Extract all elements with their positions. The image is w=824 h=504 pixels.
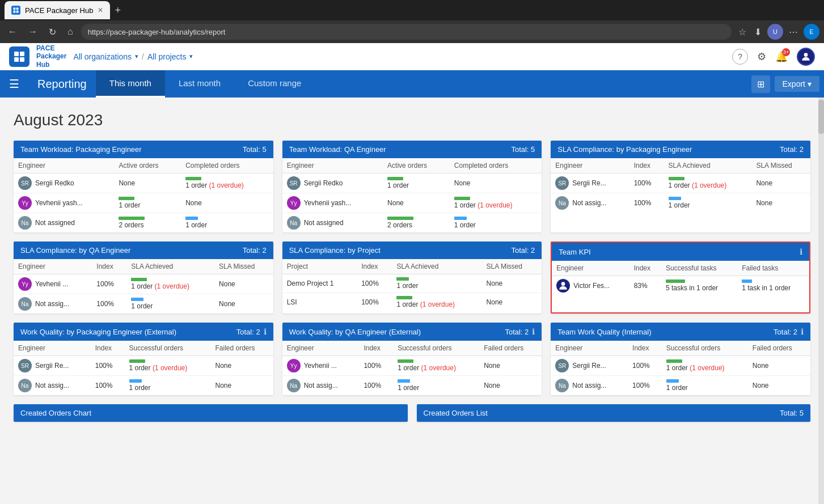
cards-row-1: Team Workload: Packaging Engineer Total:… — [14, 141, 810, 232]
nav-org-link[interactable]: All organizations — [73, 52, 132, 61]
col-successful-orders: Successful orders — [662, 341, 748, 356]
index-cell: 100% — [357, 274, 392, 293]
table-row: Demo Project 1 100% 1 order None — [282, 274, 542, 293]
card-table: Engineer Index SLA Achieved SLA Missed Y… — [14, 259, 273, 314]
avatar: SR — [287, 176, 301, 190]
nav-bar: ☰ Reporting This month Last month Custom… — [0, 70, 824, 98]
tab-icon — [11, 6, 20, 15]
card-header-team-work-quality-internal: Team Work Quality (Internal) Total: 2 ℹ — [551, 323, 810, 341]
home-btn[interactable]: ⌂ — [64, 24, 77, 39]
avatar: Yy — [18, 196, 32, 210]
export-btn[interactable]: Export ▾ — [775, 76, 819, 92]
card-table: Engineer Index SLA Achieved SLA Missed S… — [551, 158, 810, 213]
col-engineer: Engineer — [282, 341, 360, 356]
forward-btn[interactable]: → — [25, 24, 41, 39]
address-bar[interactable] — [81, 24, 732, 40]
index-cell: 100% — [357, 293, 392, 312]
browser-tab[interactable]: PACE Packager Hub ✕ — [5, 1, 110, 19]
completed-cell: 1 order — [181, 213, 273, 233]
table-row: YyYevhenii ... 100% 1 order (1 overdue) … — [14, 274, 273, 294]
active-cell: 2 orders — [114, 213, 181, 233]
new-tab-btn[interactable]: + — [115, 5, 121, 16]
card-total: Total: 2 — [780, 145, 804, 154]
avatar: Na — [287, 216, 301, 230]
successful-cell: 1 order — [662, 376, 748, 396]
index-cell: 100% — [359, 356, 393, 376]
table-row: YyYevhenii ... 100% 1 order (1 overdue) … — [282, 356, 542, 376]
index-cell: 100% — [628, 356, 662, 376]
col-engineer: Engineer — [14, 341, 91, 356]
table-row: YyYevhenii yash... 1 order None — [14, 193, 273, 213]
engineer-cell: NaNot assig... — [14, 294, 92, 314]
card-team-kpi: Team KPI ℹ Engineer Index Successful tas… — [551, 242, 810, 314]
table-row: YyYevhenii yash... None 1 order (1 overd… — [282, 193, 542, 213]
svg-point-9 — [561, 282, 565, 286]
col-index: Index — [91, 341, 125, 356]
col-sla-achieved: SLA Achieved — [392, 259, 481, 274]
missed-cell: None — [482, 293, 542, 312]
card-table: Project Index SLA Achieved SLA Missed De… — [282, 259, 542, 311]
table-row: SRSergii Re... 100% 1 order (1 overdue) … — [551, 173, 810, 193]
tab-this-month[interactable]: This month — [96, 70, 165, 98]
col-index: Index — [92, 259, 126, 274]
info-icon[interactable]: ℹ — [532, 327, 535, 336]
favorites-btn[interactable]: ☆ — [736, 24, 749, 40]
notifications-btn[interactable]: 🔔 3+ — [775, 50, 788, 63]
tab-close-btn[interactable]: ✕ — [98, 6, 103, 14]
card-team-work-quality-internal: Team Work Quality (Internal) Total: 2 ℹ … — [551, 323, 810, 395]
scrollbar-thumb[interactable] — [818, 100, 824, 134]
card-header-team-kpi: Team KPI ℹ — [552, 243, 809, 261]
active-cell: 1 order — [383, 173, 450, 193]
col-engineer: Engineer — [552, 261, 629, 276]
table-row: NaNot assig... 100% 1 order None — [14, 294, 273, 314]
info-icon[interactable]: ℹ — [264, 327, 267, 336]
grid-view-btn[interactable]: ⊞ — [751, 75, 770, 93]
card-title: Work Quality: by Packaging Engineer (Ext… — [20, 328, 176, 336]
avatar: SR — [555, 176, 569, 190]
nav-project-link[interactable]: All projects — [147, 52, 186, 61]
browser-chrome: PACE Packager Hub ✕ + — [0, 0, 824, 20]
engineer-cell: SRSergii Redko — [14, 173, 114, 193]
achieved-cell: 1 order (1 overdue) — [392, 293, 481, 312]
card-total: Total: 5 — [243, 145, 267, 154]
engineer-cell: YyYevhenii ... — [282, 356, 360, 376]
card-team-workload-qa: Team Workload: QA Engineer Total: 5 Engi… — [282, 141, 542, 232]
card-title: SLA Compliance: by Project — [289, 246, 381, 255]
info-icon[interactable]: ℹ — [801, 327, 804, 336]
card-title: SLA Compliance: by Packaging Engineer — [557, 145, 692, 154]
card-total: Total: 2 — [505, 328, 529, 336]
tab-custom-range[interactable]: Custom range — [234, 70, 315, 98]
tab-last-month[interactable]: Last month — [165, 70, 234, 98]
app-title: PACEPackagerHub — [36, 44, 66, 69]
settings-btn[interactable]: ⚙ — [757, 50, 766, 63]
browser-profile-avatar[interactable]: U — [767, 24, 783, 40]
info-icon[interactable]: ℹ — [800, 247, 802, 256]
user-avatar[interactable] — [797, 48, 815, 66]
nav-dropdown-project-icon[interactable]: ▾ — [189, 53, 193, 60]
avatar: Na — [555, 196, 569, 210]
refresh-btn[interactable]: ↻ — [45, 24, 60, 40]
notifications-badge: 3+ — [782, 48, 790, 56]
browser-edge-avatar[interactable]: E — [804, 24, 819, 40]
col-sla-missed: SLA Missed — [751, 158, 810, 173]
scrollbar[interactable] — [818, 98, 824, 504]
missed-cell: None — [482, 274, 542, 293]
browser-menu-btn[interactable]: ⋯ — [787, 24, 800, 40]
engineer-cell: YyYevhenii yash... — [282, 193, 383, 213]
avatar: Na — [18, 379, 32, 392]
missed-cell: None — [214, 274, 273, 294]
nav-menu-btn[interactable]: ☰ — [0, 70, 28, 98]
col-successful-tasks: Successful tasks — [661, 261, 737, 276]
active-cell: 1 order — [114, 193, 181, 213]
app-logo — [9, 46, 29, 67]
card-header-sla-compliance-project: SLA Compliance: by Project Total: 2 — [282, 242, 542, 259]
back-btn[interactable]: ← — [5, 24, 20, 39]
svg-point-8 — [804, 53, 808, 57]
nav-dropdown-org-icon[interactable]: ▾ — [135, 53, 138, 60]
download-btn[interactable]: ⬇ — [752, 24, 764, 40]
card-created-orders-list: Created Orders List Total: 5 — [417, 404, 811, 422]
failed-cell: None — [748, 356, 810, 376]
successful-cell: 1 order — [393, 376, 479, 396]
successful-cell: 1 order (1 overdue) — [393, 356, 479, 376]
help-btn[interactable]: ? — [732, 49, 748, 65]
